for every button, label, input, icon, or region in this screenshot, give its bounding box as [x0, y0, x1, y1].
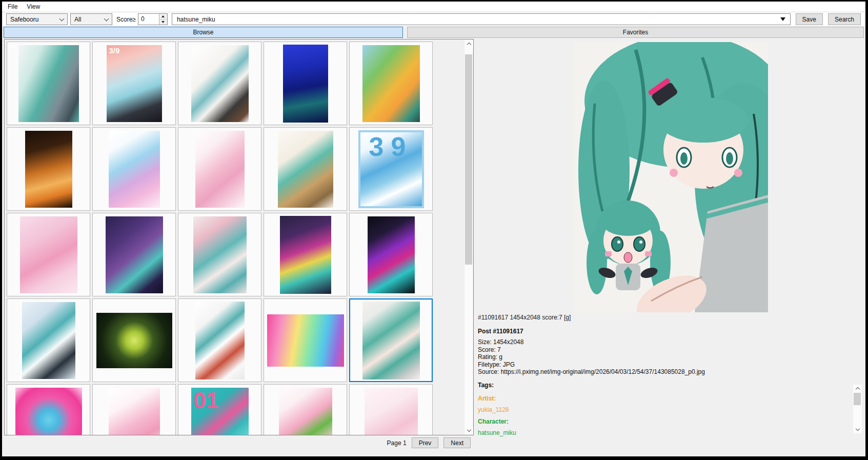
next-page-button[interactable]: Next: [443, 437, 471, 448]
scrollbar-thumb[interactable]: [854, 393, 861, 405]
thumbnail-cell[interactable]: [349, 384, 433, 435]
thumbnail-grid: 3/93901: [7, 42, 433, 435]
thumbnail-image: [106, 216, 163, 293]
post-info-line: Score: 7: [478, 346, 861, 354]
chevron-down-icon: [59, 16, 65, 21]
thumbnail-image: [279, 388, 332, 436]
post-info-line: Size: 1454x2048: [478, 338, 861, 346]
thumbnail-image: 3/9: [107, 45, 162, 122]
thumbnail-image: [365, 388, 418, 436]
thumbnail-cell[interactable]: [349, 213, 433, 296]
thumbnail-cell[interactable]: [92, 298, 176, 382]
thumbnail-image: [191, 45, 249, 122]
thumbnail-cell[interactable]: 01: [178, 384, 261, 435]
thumbnail-cell[interactable]: [7, 213, 90, 296]
thumbnail-image: [267, 314, 344, 367]
thumbnail-image: [195, 131, 245, 208]
post-info-line: Filetype: JPG: [478, 361, 861, 369]
search-input[interactable]: hatsune_miku: [172, 13, 791, 25]
preview-caption: #11091617 1454x2048 score:7 [g]: [478, 314, 861, 322]
thumbnail-image: [109, 388, 160, 436]
menu-file[interactable]: File: [3, 2, 22, 12]
thumbnail-image: [362, 45, 420, 122]
preview-image: [574, 42, 768, 312]
post-info-panel: #11091617 1454x2048 score:7 [g] Post #11…: [478, 314, 861, 441]
thumbnail-cell[interactable]: 39: [349, 127, 433, 211]
thumbnail-panel: 3/93901: [4, 39, 474, 435]
thumbnail-cell[interactable]: [92, 213, 176, 296]
scroll-down-button[interactable]: [465, 427, 473, 434]
site-select[interactable]: Safebooru: [6, 13, 68, 25]
chevron-down-icon: [855, 427, 859, 431]
thumbnail-cell[interactable]: [264, 384, 347, 435]
thumbnail-cell[interactable]: [178, 298, 261, 382]
tab-bar: Browse Favorites: [2, 27, 865, 38]
thumbnail-cell[interactable]: [178, 42, 261, 125]
search-button[interactable]: Search: [828, 13, 861, 25]
stepper-down-button[interactable]: [159, 19, 167, 25]
thumbnail-image: [278, 131, 333, 208]
thumbnail-cell[interactable]: [92, 384, 176, 435]
thumbnail-cell[interactable]: [264, 127, 347, 211]
scrollbar-thumb[interactable]: [465, 54, 472, 265]
grid-scrollbar[interactable]: [464, 40, 473, 434]
thumbnail-cell[interactable]: [349, 298, 433, 382]
thumbnail-image: [109, 131, 160, 208]
thumbnail-cell[interactable]: [7, 42, 90, 125]
chevron-down-icon: [104, 16, 109, 21]
thumbnail-image: [195, 302, 245, 379]
post-info-line: Source: https://i.pximg.net/img-original…: [478, 368, 861, 376]
thumbnail-cell[interactable]: [7, 384, 90, 435]
thumbnail-cell[interactable]: [178, 213, 261, 296]
tag-group-heading: Character:: [478, 418, 861, 426]
scroll-down-button[interactable]: [853, 426, 862, 433]
rating-select-value: All: [74, 16, 81, 23]
menu-bar: File View: [2, 2, 865, 12]
scroll-up-button[interactable]: [853, 385, 862, 392]
thumbnail-image: [362, 302, 420, 379]
score-label: Score≥: [116, 16, 136, 23]
thumbnail-cell[interactable]: [264, 213, 347, 296]
post-info-lines: Size: 1454x2048Score: 7Rating: gFiletype…: [478, 338, 861, 376]
tab-favorites[interactable]: Favorites: [407, 27, 864, 38]
score-stepper[interactable]: 0: [138, 13, 168, 25]
post-info-line: Rating: g: [478, 353, 861, 361]
main-content: 3/93901 Page 1 Prev Next: [2, 38, 865, 456]
thumbnail-cell[interactable]: [264, 298, 347, 382]
search-input-value: hatsune_miku: [177, 16, 215, 23]
thumbnail-image: [193, 216, 247, 293]
thumbnail-image: [96, 313, 172, 368]
rating-select[interactable]: All: [70, 13, 112, 25]
pagination-bar: Page 1 Prev Next: [4, 437, 474, 448]
menu-view[interactable]: View: [22, 2, 45, 12]
thumbnail-image: 39: [358, 130, 424, 208]
stepper-buttons: [159, 14, 167, 25]
thumbnail-overlay-text: 01: [194, 389, 219, 412]
chevron-up-icon: [467, 43, 471, 47]
tag-group-heading: Artist:: [478, 395, 861, 403]
prev-page-button[interactable]: Prev: [412, 437, 439, 448]
thumbnail-image: [20, 216, 77, 293]
dropdown-arrow-icon[interactable]: [780, 17, 785, 21]
thumbnail-cell[interactable]: [264, 42, 347, 125]
app-window: File View Safebooru All Score≥ 0 hatsune…: [0, 0, 868, 460]
thumbnail-overlay-text: 39: [360, 133, 422, 160]
tag-item[interactable]: hatsune_miku: [478, 429, 861, 437]
save-button[interactable]: Save: [796, 13, 823, 25]
thumbnail-image: [25, 131, 72, 208]
thumbnail-cell[interactable]: [349, 42, 433, 125]
thumbnail-image: 01: [191, 388, 249, 436]
arrow-down-icon: [162, 21, 165, 23]
scroll-up-button[interactable]: [465, 40, 473, 48]
tag-groups: Artist:yukia_1128Character:hatsune_miku: [478, 395, 861, 436]
thumbnail-cell[interactable]: [92, 127, 176, 211]
thumbnail-cell[interactable]: 3/9: [92, 42, 176, 125]
stepper-up-button[interactable]: [159, 14, 167, 19]
tag-item[interactable]: yukia_1128: [478, 406, 861, 414]
thumbnail-cell[interactable]: [178, 127, 261, 211]
toolbar: Safebooru All Score≥ 0 hatsune_miku Save…: [2, 12, 865, 26]
thumbnail-cell[interactable]: [7, 127, 90, 211]
info-scrollbar[interactable]: [853, 385, 862, 433]
tab-browse[interactable]: Browse: [4, 27, 403, 38]
thumbnail-cell[interactable]: [7, 298, 90, 382]
